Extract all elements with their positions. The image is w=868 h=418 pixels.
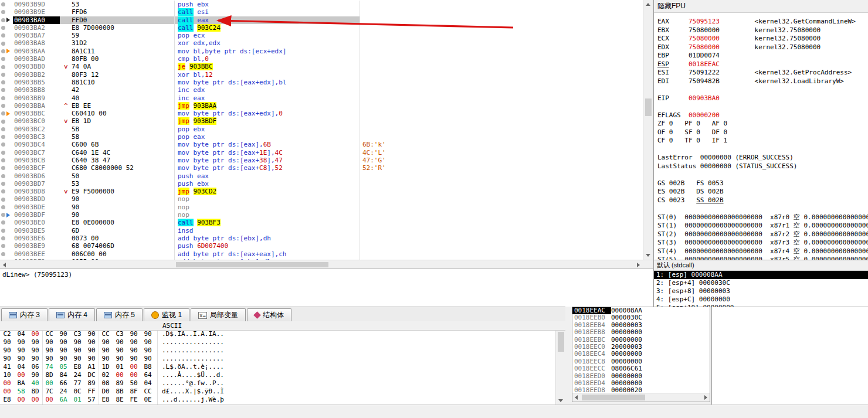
register-line[interactable]: ST(2) 00000000000000000000 x87r2 空 0.000… — [657, 230, 868, 239]
disassembly-row[interactable]: 00903BA0FFD0call eax — [0, 16, 643, 24]
register-line[interactable]: LastStatus 00000000 (STATUS_SUCCESS) — [657, 162, 868, 171]
disassembly-row[interactable]: 00903BCFC680 C8000000 52mov byte ptr ds:… — [0, 164, 643, 172]
tab-1[interactable]: 内存 3 — [1, 308, 48, 321]
register-line[interactable]: LastError 00000000 (ERROR_SUCCESS) — [657, 154, 868, 162]
dump-vertical-scrollbar[interactable] — [555, 321, 565, 405]
argument-row[interactable]: 4: [esp+C] 00000000 — [654, 295, 868, 304]
breakpoint-gutter[interactable] — [0, 71, 13, 79]
register-line[interactable]: ESI 75091222 <kernel32.GetProcAddress> — [657, 69, 868, 77]
register-line[interactable]: GS 002B FS 0053 — [657, 179, 868, 188]
register-line[interactable]: ST(1) 00000000000000000000 x87r1 空 0.000… — [657, 222, 868, 230]
disassembly-row[interactable]: 00903BDE90nop — [0, 203, 643, 211]
register-line[interactable]: ZF 0 PF 0 AF 0 — [657, 120, 868, 128]
dump-row[interactable]: 1000908D8424DC02000064....Â....$Ü...d. — [0, 371, 555, 379]
disassembly-row[interactable]: 00903BD8vE9 F5000000jmp 903CD2 — [0, 188, 643, 195]
register-line[interactable]: EAX 75095123 <kernel32.GetCommandLineW> — [657, 18, 868, 26]
tab-6[interactable]: 结构体 — [247, 308, 291, 321]
scrollbar-thumb[interactable] — [582, 395, 645, 400]
register-line[interactable]: ST(0) 00000000000000000000 x87r0 空 0.000… — [657, 213, 868, 222]
disassembly-row[interactable]: 00903BAD80FB 00cmp bl,0 — [0, 55, 643, 63]
register-line[interactable]: ECX 75080000 kernel32.75080000 — [657, 35, 868, 43]
tab-5[interactable]: x=局部变量 — [191, 308, 246, 321]
breakpoint-gutter[interactable] — [0, 157, 13, 164]
stack-row[interactable]: 0018EEB00000030C — [572, 314, 710, 321]
disassembly-row[interactable]: 00903BAA8A1C11mov bl,byte ptr ds:[ecx+ed… — [0, 47, 643, 55]
disassembly-row[interactable]: 00903BDF90nop — [0, 211, 643, 219]
register-line[interactable]: OF 0 SF 0 DF 0 — [657, 128, 868, 137]
disassembly-row[interactable]: 00903BA759pop ecx — [0, 32, 643, 39]
stack-row[interactable]: 0018EEB800000000 — [572, 329, 710, 336]
breakpoint-gutter[interactable] — [0, 32, 13, 39]
dump-row[interactable]: 00588D7C240CFFD08B8FCCd£....X.|$.ÿÐ..Ì — [0, 388, 555, 396]
breakpoint-gutter[interactable] — [0, 94, 13, 102]
register-line[interactable]: ST(5) 00000000000000000000 x87r5 空 0.000… — [657, 256, 868, 260]
breakpoint-gutter[interactable] — [0, 149, 13, 157]
tab-3[interactable]: 内存 5 — [96, 308, 143, 321]
breakpoint-gutter[interactable] — [0, 250, 13, 258]
breakpoint-gutter[interactable] — [0, 172, 13, 180]
disassembly-row[interactable]: 00903BA2E8 7D000000call 903C24 — [0, 24, 643, 32]
breakpoint-gutter[interactable] — [0, 133, 13, 141]
breakpoint-gutter[interactable] — [0, 117, 13, 125]
breakpoint-gutter[interactable] — [0, 39, 13, 47]
disassembly-row[interactable]: 00903B9EFFD6call esi — [0, 8, 643, 16]
breakpoint-gutter[interactable] — [0, 63, 13, 70]
scroll-up-icon[interactable] — [646, 3, 650, 6]
dump-row[interactable]: 9090909090909090909090................ — [0, 355, 555, 363]
scrollbar-thumb[interactable] — [645, 98, 652, 116]
breakpoint-gutter[interactable] — [0, 102, 13, 110]
register-line[interactable] — [657, 205, 868, 213]
breakpoint-gutter[interactable] — [0, 219, 13, 226]
breakpoint-gutter[interactable] — [0, 86, 13, 94]
argument-row[interactable]: 1: [esp] 000008AA — [654, 271, 868, 279]
register-line[interactable]: EDX 75080000 kernel32.75080000 — [657, 43, 868, 52]
breakpoint-gutter[interactable] — [0, 24, 13, 32]
argument-row[interactable]: 3: [esp+8] 00000003 — [654, 287, 868, 295]
disassembly-row[interactable]: 00903BE0E8 0E000000call 903BF3 — [0, 219, 643, 226]
dump-row[interactable]: 4104067405E8A11D0100B8.L$.öA..t.è¡.... — [0, 363, 555, 371]
disassembly-row[interactable]: 00903BA831D2xor edx,edx — [0, 39, 643, 47]
breakpoint-gutter[interactable] — [0, 16, 13, 24]
breakpoint-gutter[interactable] — [0, 110, 13, 117]
disassembly-row[interactable]: 00903BE60073 00add byte ptr ds:[ebx],dh — [0, 235, 643, 242]
disassembly-row[interactable]: 00903BDD90nop — [0, 195, 643, 203]
register-line[interactable]: EBP 01DD0074 — [657, 52, 868, 60]
breakpoint-gutter[interactable] — [0, 8, 13, 16]
register-line[interactable] — [657, 145, 868, 154]
disassembly-row[interactable]: 00903BBA^EB EEjmp 903BAA — [0, 102, 643, 110]
disassembly-row[interactable]: 00903BCBC640 38 47mov byte ptr ds:[eax+3… — [0, 157, 643, 164]
disassembly-row[interactable]: 00903BEE006C00 00add byte ptr ds:[eax+ea… — [0, 250, 643, 258]
scroll-right-icon[interactable] — [704, 395, 707, 400]
register-line[interactable]: ES 002B DS 002B — [657, 188, 868, 196]
breakpoint-gutter[interactable] — [0, 188, 13, 195]
breakpoint-gutter[interactable] — [0, 79, 13, 86]
disassembly-row[interactable]: 00903BB842inc edx — [0, 86, 643, 94]
register-line[interactable]: CS 0023 SS 002B — [657, 196, 868, 205]
disassembly-row[interactable]: 00903BC25Bpop ebx — [0, 125, 643, 133]
breakpoint-gutter[interactable] — [0, 242, 13, 250]
disassembly-row[interactable]: 00903BC0vEB 1Djmp 903BDF — [0, 117, 643, 125]
breakpoint-gutter[interactable] — [0, 235, 13, 242]
dump-row[interactable]: 9090909090909090909090................ — [0, 338, 555, 346]
breakpoint-gutter[interactable] — [0, 1, 13, 8]
dump-row[interactable]: 00BA400066778908895004......°@.fw..P.. — [0, 379, 555, 388]
stack-row[interactable]: 0018EEC400000000 — [572, 351, 710, 358]
dump-row[interactable]: 9090909090909090909090................ — [0, 346, 555, 355]
register-line[interactable]: EDI 7509482B <kernel32.LoadLibraryW> — [657, 77, 868, 86]
scroll-right-icon[interactable] — [637, 263, 640, 267]
scroll-down-icon[interactable] — [558, 399, 563, 402]
register-line[interactable]: ESP 0018EEAC — [657, 60, 868, 69]
tab-2[interactable]: 内存 4 — [49, 308, 95, 321]
disassembly-row[interactable]: 00903BC4C600 6Bmov byte ptr ds:[eax],6B6… — [0, 141, 643, 148]
disassembly-row[interactable]: 00903BB280F3 12xor bl,12 — [0, 71, 643, 79]
breakpoint-gutter[interactable] — [0, 55, 13, 63]
argument-row[interactable]: 2: [esp+4] 0000030C — [654, 279, 868, 287]
disassembly-row[interactable]: 00903BBCC60410 00mov byte ptr ds:[eax+ed… — [0, 110, 643, 117]
breakpoint-gutter[interactable] — [0, 203, 13, 211]
disassembly-row[interactable]: 00903BB5881C10mov byte ptr ds:[eax+edx],… — [0, 79, 643, 86]
register-line[interactable]: EFLAGS 00000200 — [657, 111, 868, 120]
dump-row[interactable]: C20400CC90C390CCC39090.D$.ÌÃ..Ì.Ã.ÌÃ.. — [0, 330, 555, 338]
breakpoint-gutter[interactable] — [0, 195, 13, 203]
scroll-down-icon[interactable] — [646, 254, 650, 257]
disassembly-row[interactable]: 00903BD753push ebx — [0, 180, 643, 188]
